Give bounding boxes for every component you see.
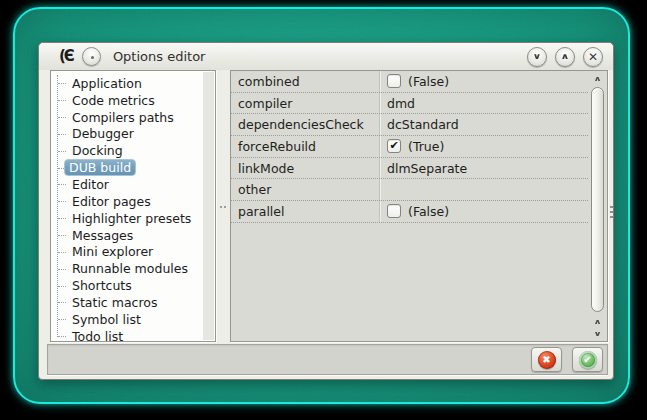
category-item-label: DUB build <box>64 159 136 176</box>
property-row[interactable]: combined (False) <box>231 71 588 93</box>
property-rows: combined (False) compiler <box>231 71 588 341</box>
property-name: forceRebuild <box>231 136 380 157</box>
property-value-text: dcStandard <box>387 117 459 132</box>
category-item[interactable]: Editor <box>51 176 202 193</box>
category-item[interactable]: Mini explorer <box>51 243 202 260</box>
close-icon: ✕ <box>588 51 598 63</box>
property-value-text: (False) <box>408 204 449 219</box>
category-item[interactable]: Application <box>51 75 202 92</box>
category-item[interactable]: Compilers paths <box>51 109 202 126</box>
grid-scrollbar[interactable]: ∧ ∧ ∨ <box>588 71 607 341</box>
category-item[interactable]: Shortcuts <box>51 277 202 294</box>
property-value: ✔ (True) <box>380 139 588 154</box>
chevron-down-icon: ∨ <box>533 52 542 60</box>
category-item-label: Code metrics <box>68 93 159 108</box>
property-name: parallel <box>231 201 380 222</box>
checkbox[interactable]: ✔ <box>387 139 401 153</box>
close-button[interactable]: ✕ <box>583 47 603 67</box>
property-name: combined <box>231 71 380 92</box>
property-name: dependenciesCheck <box>231 114 380 135</box>
coedit-logo-icon: (Є <box>59 49 73 64</box>
property-name: compiler <box>231 93 380 114</box>
category-item[interactable]: Debugger <box>51 126 202 143</box>
category-item[interactable]: DUB build <box>51 159 202 176</box>
property-value-text: dlmSeparate <box>387 161 467 176</box>
property-value: (False) <box>380 74 588 89</box>
scrollbar-track[interactable] <box>590 85 605 316</box>
category-item[interactable]: Docking <box>51 142 202 159</box>
category-item[interactable]: Messages <box>51 227 202 244</box>
window-resize-grip[interactable] <box>610 206 613 218</box>
dialog-footer: ✖ ✔ <box>47 344 608 375</box>
roll-up-button[interactable]: ∧ <box>555 47 575 67</box>
category-item-label: Highlighter presets <box>68 211 195 226</box>
cancel-button[interactable]: ✖ <box>531 347 562 372</box>
category-item-label: Static macros <box>68 295 161 310</box>
options-editor-window: (Є Options editor ∨ ∧ ✕ Application <box>38 42 614 380</box>
window-menu-button[interactable] <box>82 47 101 66</box>
category-item[interactable]: Runnable modules <box>51 260 202 277</box>
list-scrollbar-track[interactable] <box>203 72 214 340</box>
property-row[interactable]: compiler dmd <box>231 93 588 115</box>
accept-icon: ✔ <box>579 351 597 369</box>
category-item-label: Compilers paths <box>68 110 178 125</box>
category-item-label: Symbol list <box>68 312 145 327</box>
category-item-label: Todo list <box>68 329 127 342</box>
titlebar[interactable]: (Є Options editor ∨ ∧ ✕ <box>39 43 613 70</box>
category-item-label: Shortcuts <box>68 278 136 293</box>
property-value: dlmSeparate <box>380 161 588 176</box>
category-item-label: Application <box>68 76 146 91</box>
cross-glyph: ✖ <box>542 355 550 365</box>
scroll-up-button[interactable]: ∧ <box>593 72 601 85</box>
property-value: (False) <box>380 204 588 219</box>
property-row[interactable]: linkMode dlmSeparate <box>231 158 588 180</box>
panel-splitter[interactable] <box>216 70 230 342</box>
category-item-label: Editor pages <box>68 194 155 209</box>
property-row[interactable]: other <box>231 179 588 201</box>
chevron-up-icon: ∧ <box>561 52 570 60</box>
scrollbar-thumb[interactable] <box>591 87 604 312</box>
property-row[interactable]: dependenciesCheck dcStandard <box>231 114 588 136</box>
check-glyph: ✔ <box>583 355 591 365</box>
category-item[interactable]: Static macros <box>51 294 202 311</box>
scrollbar-bottom-arrows: ∧ ∨ <box>593 316 601 340</box>
property-name: linkMode <box>231 158 380 179</box>
category-list[interactable]: Application Code metrics Compilers paths <box>50 70 216 342</box>
property-value-text: (True) <box>408 139 444 154</box>
property-name: other <box>231 179 380 200</box>
property-row[interactable]: parallel (False) <box>231 201 588 223</box>
checkmark-icon: ✔ <box>389 140 398 151</box>
category-item-label: Editor <box>68 177 113 192</box>
cancel-icon: ✖ <box>538 351 556 369</box>
property-grid: combined (False) compiler <box>230 70 608 342</box>
category-item[interactable]: Todo list <box>51 328 202 342</box>
category-item-label: Runnable modules <box>68 261 192 276</box>
screen: (Є Options editor ∨ ∧ ✕ Application <box>0 0 647 420</box>
property-value-text: dmd <box>387 96 415 111</box>
checkbox[interactable] <box>387 74 401 88</box>
category-item-label: Docking <box>68 143 127 158</box>
main-content: Application Code metrics Compilers paths <box>50 70 608 342</box>
desktop-background: (Є Options editor ∨ ∧ ✕ Application <box>13 7 630 404</box>
category-tree: Application Code metrics Compilers paths <box>51 75 202 342</box>
category-item-label: Messages <box>68 228 137 243</box>
category-item[interactable]: Editor pages <box>51 193 202 210</box>
category-item-label: Debugger <box>68 126 138 141</box>
property-value: dmd <box>380 96 588 111</box>
category-item[interactable]: Symbol list <box>51 311 202 328</box>
scroll-down-button[interactable]: ∨ <box>593 328 601 340</box>
property-value-text: (False) <box>408 74 449 89</box>
accept-button[interactable]: ✔ <box>572 347 603 372</box>
property-value: dcStandard <box>380 117 588 132</box>
roll-down-button[interactable]: ∨ <box>527 47 547 67</box>
category-item[interactable]: Highlighter presets <box>51 210 202 227</box>
scroll-up-button-2[interactable]: ∧ <box>593 316 601 328</box>
checkbox[interactable] <box>387 204 401 218</box>
window-title: Options editor <box>113 49 206 64</box>
property-row[interactable]: forceRebuild ✔ (True) <box>231 136 588 158</box>
chevron-down-icon: ∨ <box>593 331 601 338</box>
category-item[interactable]: Code metrics <box>51 92 202 109</box>
category-item-label: Mini explorer <box>68 244 157 259</box>
chevron-up-icon: ∧ <box>593 75 601 82</box>
chevron-up-icon: ∧ <box>593 319 601 326</box>
